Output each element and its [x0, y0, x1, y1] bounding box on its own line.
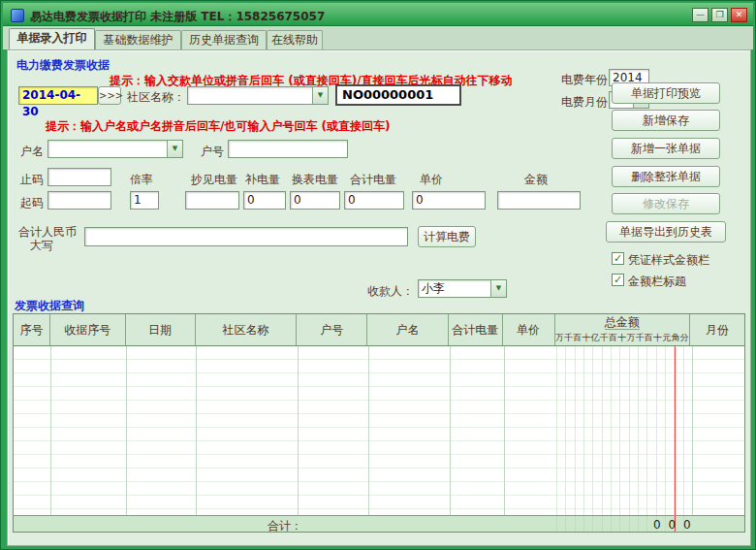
community-combobox[interactable]: ▼	[187, 86, 329, 105]
header-community[interactable]: 社区名称	[196, 314, 298, 345]
column-divider	[298, 346, 299, 515]
stop-code-input[interactable]	[47, 168, 111, 186]
header-seq[interactable]: 序号	[14, 314, 50, 345]
query-section-title: 发票收据查询	[15, 298, 84, 314]
stop-code-label: 止码	[20, 172, 44, 188]
export-history-button[interactable]: 单据导出到历史表	[606, 221, 726, 243]
hint-middle: 提示：输入户名或户名拼音后回车/也可输入户号回车 (或直接回车)	[46, 118, 391, 135]
column-divider	[196, 346, 197, 515]
minimize-button[interactable]: —	[692, 8, 709, 22]
title-bar: 易达电费发票收据打印 未注册版 TEL：15825675057 — ❒ ✕	[3, 3, 753, 26]
account-label: 户号	[201, 144, 224, 160]
footer-total-label: 合计：	[268, 518, 302, 534]
total-amount-caption: 总金额	[605, 314, 640, 330]
meter-swap-label: 换表电量	[292, 172, 338, 188]
unit-price-label: 单价	[420, 172, 443, 188]
payee-label: 收款人：	[367, 283, 414, 300]
date-picker-button[interactable]: >>>	[98, 86, 121, 105]
amount-title-checkbox-label: 金额栏标题	[628, 274, 686, 290]
unit-price-input[interactable]: 0	[412, 191, 486, 210]
meter-usage-input[interactable]	[185, 191, 239, 210]
app-icon	[11, 9, 24, 22]
new-sheet-button[interactable]: 新增一张单据	[612, 138, 720, 159]
column-divider	[368, 346, 369, 515]
total-usage-input[interactable]: 0	[344, 191, 404, 210]
header-unit-price[interactable]: 单价	[503, 314, 555, 345]
tab-base-data[interactable]: 基础数据维护	[95, 30, 181, 49]
query-table-footer: 合计： 0 0 0	[13, 515, 745, 533]
calculate-fee-button[interactable]: 计算电费	[418, 226, 476, 247]
meter-swap-input[interactable]: 0	[290, 191, 340, 210]
month-label: 电费月份	[561, 94, 608, 111]
column-divider	[450, 346, 451, 515]
accounting-red-line	[675, 346, 676, 515]
name-combobox[interactable]: ▼	[47, 140, 183, 158]
meter-usage-label: 抄见电量	[191, 172, 237, 188]
community-label: 社区名称：	[127, 89, 185, 106]
amount-input[interactable]	[497, 191, 581, 210]
chevron-down-icon[interactable]: ▼	[312, 87, 328, 104]
combo-value: 小李	[422, 280, 488, 297]
amount-label: 金额	[524, 172, 548, 188]
rate-label: 倍率	[130, 172, 153, 188]
header-date[interactable]: 日期	[126, 314, 196, 345]
close-button[interactable]: ✕	[731, 8, 747, 22]
header-total-amount[interactable]: 总金额 万千百十亿千百十万千百十元角分	[555, 314, 691, 345]
supplement-label: 补电量	[245, 172, 280, 188]
header-account[interactable]: 户号	[297, 314, 367, 345]
save-edit-button: 修改保存	[612, 193, 720, 214]
query-table-body[interactable]	[13, 346, 745, 515]
amount-title-checkbox[interactable]: ✓	[612, 274, 624, 286]
column-divider	[504, 346, 505, 515]
app-window: 易达电费发票收据打印 未注册版 TEL：15825675057 — ❒ ✕ 单据…	[0, 0, 756, 550]
column-divider	[692, 346, 693, 515]
delete-sheet-button[interactable]: 删除整张单据	[612, 166, 720, 187]
footer-total-value: 0 0 0	[653, 518, 693, 532]
column-divider	[126, 346, 127, 515]
voucher-style-checkbox[interactable]: ✓	[612, 252, 624, 265]
chevron-down-icon[interactable]: ▼	[490, 280, 506, 297]
amount-digit-gridlines	[556, 346, 692, 515]
maximize-button[interactable]: ❒	[711, 8, 728, 22]
tab-online-help[interactable]: 在线帮助	[267, 30, 323, 49]
name-label: 户名	[20, 144, 44, 160]
date-input[interactable]: 2014-04-30	[18, 86, 98, 105]
query-table-header: 序号 收据序号 日期 社区名称 户号 户名 合计电量 单价 总金额 万千百十亿千…	[13, 313, 745, 346]
receipt-number-field[interactable]: NO00000001	[335, 84, 461, 106]
total-usage-label: 合计电量	[350, 172, 396, 188]
form-section-title: 电力缴费发票收据	[16, 57, 110, 74]
sum-words-input[interactable]	[84, 227, 408, 246]
header-receipt-no[interactable]: 收据序号	[50, 314, 126, 345]
window-title: 易达电费发票收据打印 未注册版 TEL：15825675057	[30, 9, 325, 25]
start-code-input[interactable]	[47, 191, 111, 210]
voucher-style-checkbox-label: 凭证样式金额栏	[628, 252, 709, 269]
print-preview-button[interactable]: 单据打印预览	[612, 82, 720, 104]
header-total-usage[interactable]: 合计电量	[449, 314, 503, 345]
save-new-button[interactable]: 新增保存	[612, 110, 720, 131]
amount-digit-columns: 万千百十亿千百十万千百十元角分	[555, 330, 689, 345]
start-code-label: 起码	[20, 195, 44, 211]
header-month[interactable]: 月份	[690, 314, 744, 345]
account-input[interactable]	[228, 140, 348, 158]
rate-input[interactable]: 1	[130, 191, 159, 210]
supplement-input[interactable]: 0	[243, 191, 286, 210]
tab-entry-print[interactable]: 单据录入打印	[9, 28, 95, 49]
payee-combobox[interactable]: 小李 ▼	[418, 279, 507, 298]
year-label: 电费年份	[561, 72, 608, 88]
header-name[interactable]: 户名	[367, 314, 449, 345]
tab-history-query[interactable]: 历史单据查询	[181, 30, 267, 49]
chevron-down-icon[interactable]: ▼	[167, 141, 182, 157]
sum-words-label-2: 大写	[30, 238, 53, 254]
column-divider	[50, 346, 51, 515]
